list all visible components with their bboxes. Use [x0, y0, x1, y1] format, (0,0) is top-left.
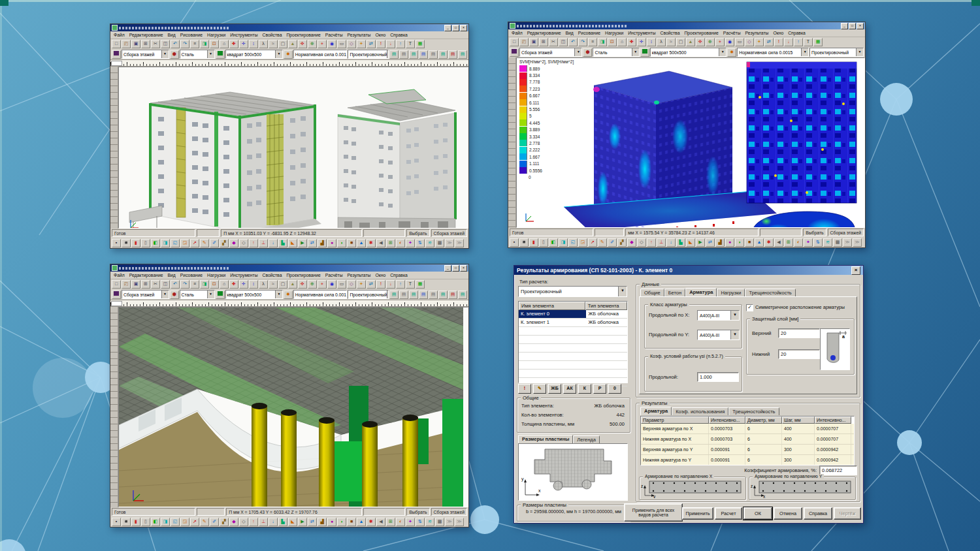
toolbar-icon[interactable]: ▲ [357, 239, 366, 247]
toolbar-icon[interactable]: ↕ [249, 280, 258, 289]
chevron-down-icon[interactable]: ▼ [387, 50, 389, 58]
toolbar-icon[interactable]: ⊕ [308, 40, 317, 48]
toolbar-icon[interactable]: ↶ [171, 40, 180, 48]
toolbar-icon[interactable]: λ [259, 280, 268, 289]
toolbar-icon[interactable]: ✂ [151, 280, 160, 289]
toolbar-icon[interactable]: ◨ [200, 280, 209, 289]
layer-icon[interactable] [112, 50, 121, 59]
toolbar-icon[interactable]: ↓ [386, 40, 395, 48]
toolbar-icon[interactable]: ▲ [288, 40, 297, 48]
toolbar-icon[interactable]: ! [376, 40, 385, 48]
toolbar-icon[interactable]: ≡ [190, 40, 199, 48]
menu-item[interactable]: Результаты [348, 33, 371, 37]
toolbar-icon[interactable]: ↑ [396, 40, 405, 48]
toolbar-icon[interactable]: ▭ [337, 40, 346, 48]
printer-icon[interactable]: ▤ [419, 291, 428, 299]
toolbar-icon[interactable]: ▶ [696, 238, 705, 247]
toolbar-icon[interactable]: ⊞ [784, 238, 793, 247]
help-button[interactable]: Справка [804, 507, 832, 520]
toolbar-icon[interactable]: ◗ [735, 238, 744, 247]
toolbar-icon[interactable]: ▟ [318, 518, 327, 526]
section-combo[interactable]: квадрат 500x500▼ [225, 50, 283, 59]
toolbar-icon[interactable]: ◀ [774, 238, 783, 247]
toolbar-icon[interactable]: ◲ [578, 238, 587, 247]
toolbar-icon[interactable]: ⇅ [416, 518, 425, 526]
calc-type-combo[interactable]: Проектировочный▼ [348, 290, 389, 299]
load-icon[interactable]: ✹ [284, 50, 293, 59]
toolbar-icon[interactable]: ≈ [269, 40, 278, 48]
toolbar-icon[interactable]: ◣ [288, 518, 297, 526]
menu-item[interactable]: Рисование [180, 33, 203, 37]
calc-type-combo[interactable]: Проектировочный▼ [518, 286, 627, 297]
toolbar-icon[interactable]: ⇄ [367, 280, 376, 289]
toolbar-icon[interactable]: ↑ [249, 239, 258, 247]
toolbar-icon[interactable]: ◆ [229, 239, 238, 247]
toolbar-icon[interactable]: ✂ [151, 40, 160, 48]
toolbar-icon[interactable]: ▢ [676, 38, 685, 46]
menu-item[interactable]: Инструменты [230, 273, 257, 277]
toolbar-icon[interactable]: ↑ [396, 280, 405, 289]
toolbar-icon[interactable]: ⌂ [617, 38, 627, 46]
toolbar-icon[interactable]: ◫ [161, 280, 170, 289]
column-header[interactable]: Имя элемента [519, 302, 585, 310]
toolbar-icon[interactable]: ▲ [288, 280, 297, 289]
menu-item[interactable]: Файл [114, 33, 125, 37]
toolbar-icon[interactable]: ⌂ [220, 280, 229, 289]
printer-icon[interactable]: ▤ [389, 291, 399, 299]
tab-concrete[interactable]: Бетон [664, 289, 686, 296]
toolbar-icon[interactable]: ⊡ [608, 38, 617, 46]
toolbar-icon[interactable]: ✜ [696, 38, 705, 46]
printer-icon[interactable]: ▤ [389, 50, 399, 59]
toolbar-icon[interactable]: ↓ [269, 518, 278, 526]
toolbar-icon[interactable]: ⊥ [657, 238, 666, 247]
toolbar-icon[interactable]: ◲ [180, 518, 189, 526]
toolbar-icon[interactable]: ◱ [171, 239, 180, 247]
printer-icon[interactable]: ▤ [419, 50, 428, 59]
toolbar-icon[interactable]: ◨ [200, 40, 209, 48]
toolbar-icon[interactable]: ↗ [190, 518, 199, 526]
toolbar-icon[interactable]: ≫ [853, 238, 862, 247]
toolbar-icon[interactable]: ⊡ [210, 40, 219, 48]
toolbar-icon[interactable]: ↶ [171, 280, 180, 289]
title-bar[interactable]: _ □ × [110, 24, 468, 31]
toolbar-icon[interactable]: □ [112, 40, 121, 48]
results-canvas[interactable]: SVM[Н/мм^2], SVM[Н/мм^2] 8.889 8.334 7.7… [516, 57, 865, 228]
toolbar-icon[interactable]: ⌖ [318, 280, 327, 289]
left-toolbar[interactable] [508, 57, 516, 228]
toolbar-icon[interactable]: ◇ [347, 280, 356, 289]
toolbar-icon[interactable]: ◇ [239, 239, 248, 247]
toolbar-icon[interactable]: ◨ [598, 38, 607, 46]
tab-plate-size[interactable]: Размеры пластины [518, 435, 573, 443]
status-select-mode[interactable]: Выбрать [406, 508, 429, 516]
slab-canvas[interactable] [118, 307, 468, 507]
toolbar-icon[interactable]: ✎ [200, 239, 209, 247]
toolbar-icon[interactable]: ↕ [249, 40, 258, 48]
printer-icon[interactable]: ▤ [448, 291, 457, 299]
toolbar-icon[interactable]: Т [406, 280, 415, 289]
toolbar-icon[interactable]: ✜ [298, 40, 307, 48]
close-icon[interactable]: × [460, 25, 467, 31]
toolbar-icon[interactable]: ▪ [112, 518, 121, 526]
toolbar-icon[interactable]: ▟ [715, 238, 725, 247]
section-combo[interactable]: квадрат 500x500▼ [650, 48, 727, 57]
toolbar-icon[interactable]: ◐ [794, 238, 803, 247]
toolbar-icon[interactable]: ⇄ [308, 239, 317, 247]
rebar-y-combo[interactable]: A400|A-III▼ [697, 330, 740, 340]
toolbar-icon[interactable]: ◇ [347, 40, 356, 48]
tab-legend[interactable]: Легенда [573, 435, 600, 443]
toolbar-icon[interactable]: ≋ [425, 518, 434, 526]
title-bar[interactable]: _ □ × [508, 22, 865, 29]
close-icon[interactable]: × [857, 23, 864, 29]
toolbar-icon[interactable]: ◫ [161, 40, 170, 48]
work-coef-field[interactable]: 1.000 [697, 372, 739, 382]
close-icon[interactable]: × [460, 265, 467, 272]
toolbar-icon[interactable]: ≫ [455, 239, 464, 247]
menu-item[interactable]: Свойства [661, 31, 680, 35]
toolbar-icon[interactable]: ! [376, 280, 385, 289]
calc-type-combo[interactable]: Проектировочный▼ [809, 48, 864, 57]
toolbar-icon[interactable]: ▲ [755, 238, 764, 247]
toolbar-icon[interactable]: ≡ [588, 38, 597, 46]
element-list-table[interactable]: Имя элемента Тип элемента К. элемент 0 Ж… [518, 301, 628, 383]
toolbar-icon[interactable]: ✚ [229, 280, 238, 289]
material-combo[interactable]: Сталь▼ [593, 48, 639, 57]
